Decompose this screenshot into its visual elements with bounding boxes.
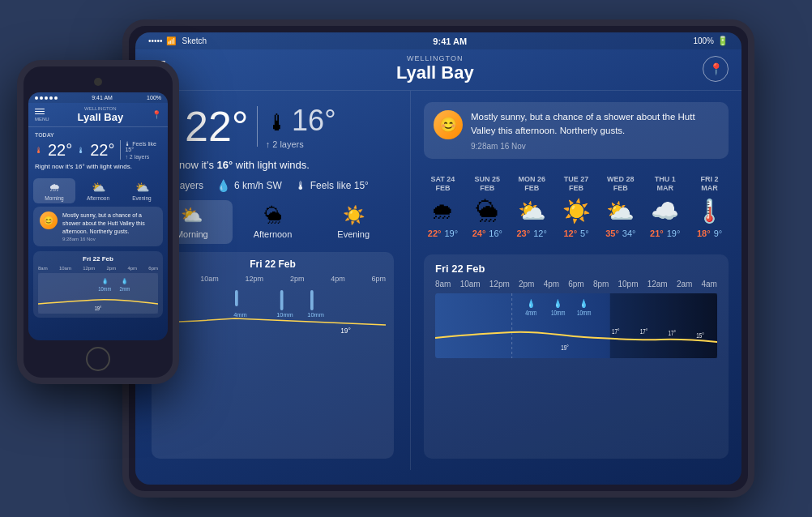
- big-chart-canvas: 💧 4mm 💧 10mm 💧 10mm: [435, 293, 717, 358]
- layers-value: 2 layers: [272, 139, 304, 149]
- phone-today-label: TODAY: [35, 132, 161, 138]
- tablet-header: MENU WELLINGTON Lyall Bay 📍: [135, 49, 741, 91]
- forecast-fri2-date: FRI 2 MAR: [694, 175, 725, 194]
- svg-rect-2: [310, 290, 314, 310]
- phone-thermo-lo: 🌡: [77, 146, 85, 155]
- bh-2am: 2am: [677, 280, 692, 288]
- feels-thermo-icon: 🌡: [266, 110, 288, 135]
- morning-icon: ⛅: [181, 205, 203, 226]
- phone-alert-box: 😊 Mostly sunny, but a chance of a shower…: [33, 207, 163, 246]
- dot-5: [54, 96, 58, 100]
- time-of-day-tabs: ⛅ Morning 🌦 Afternoon ☀️ Evening: [152, 200, 394, 244]
- phone-temp-separator: [120, 140, 121, 160]
- phone-chart-section: Fri 22 Feb 8am 10am 12pm 2pm 4pm 6pm 💧 1…: [33, 251, 163, 318]
- phone-menu-line-2: [35, 111, 45, 113]
- fri2-lo: 9°: [714, 229, 723, 238]
- svg-text:19°: 19°: [95, 306, 102, 312]
- mon26-lo: 12°: [533, 229, 547, 238]
- stat-wind-value: 6 km/h SW: [234, 180, 282, 191]
- svg-text:2mm: 2mm: [120, 286, 130, 293]
- big-chart-svg: 💧 4mm 💧 10mm 💧 10mm: [435, 293, 717, 358]
- phone-temp-lo: 22°: [90, 141, 114, 160]
- wed28-hi: 35°: [605, 229, 619, 238]
- forecast-tue27-icon: ☀️: [562, 198, 591, 224]
- forecast-sat24: SAT 24 FEB 🌧 22° 19°: [424, 169, 462, 245]
- phone-feels-icon: 🌡 Feels like 15°: [125, 141, 161, 152]
- tablet-carrier-dots: •••••: [148, 36, 163, 45]
- bh-10pm: 10pm: [618, 280, 639, 288]
- phone-chart-canvas: 💧 10mm 💧 2mm 19°: [38, 273, 158, 314]
- forecast-thu1-date: THU 1 MAR: [649, 175, 681, 194]
- phone-now-text: Right now it's 16° with light winds.: [35, 163, 161, 170]
- phone-thermo-hi: 🌡: [35, 146, 43, 155]
- phone-pin-icon[interactable]: 📍: [152, 110, 161, 119]
- tablet-screen: ••••• 📶 Sketch 9:41 AM 100% 🔋: [135, 32, 741, 485]
- forecast-fri2-icon: 🌡️: [695, 198, 724, 224]
- forecast-mon26: MON 26 FEB ⛅ 23° 12°: [513, 169, 551, 245]
- temp-curve-svg: 4mm 10mm 10mm 19°: [160, 286, 386, 335]
- stat-wind: 💧 6 km/h SW: [216, 179, 282, 192]
- tablet-wifi-icon: 📶: [166, 36, 176, 45]
- bh-12am: 12am: [647, 280, 668, 288]
- forecast-fri2-temps: 18° 9°: [697, 229, 722, 238]
- phone-header: MENU WELLINGTON Lyall Bay 📍: [28, 103, 168, 127]
- thu1-hi: 21°: [650, 229, 664, 238]
- tab-evening[interactable]: ☀️ Evening: [313, 200, 394, 244]
- phone-menu-icon[interactable]: MENU: [35, 109, 49, 122]
- stat-feels-value: Feels like 15°: [310, 180, 369, 191]
- phone-morning-label: Morning: [45, 195, 63, 201]
- alert-avatar: 😊: [434, 110, 463, 139]
- morning-label: Morning: [176, 229, 208, 239]
- bh-4am: 4am: [702, 280, 717, 288]
- phone-home-button[interactable]: [86, 347, 110, 371]
- forecast-sun25: SUN 25 FEB 🌦 24° 16°: [468, 169, 506, 245]
- bh-6pm: 6pm: [568, 280, 583, 288]
- svg-text:10mm: 10mm: [276, 311, 293, 318]
- svg-text:💧: 💧: [122, 278, 127, 285]
- phone-signal-dots: [35, 95, 58, 100]
- hourly-chart-canvas: 4mm 10mm 10mm 19°: [160, 286, 386, 335]
- phone-tab-morning[interactable]: 🌧 Morning: [33, 178, 75, 203]
- forecast-tue27-date: TUE 27 FEB: [561, 175, 592, 194]
- phone-screen: 9:41 AM 100% MENU WELLINGTON Lyall Bay 📍: [28, 92, 168, 340]
- bh-10am: 10am: [460, 280, 481, 288]
- dot-4: [49, 96, 53, 100]
- time-10am: 10am: [200, 275, 219, 283]
- stat-feels: 🌡 Feels like 15°: [295, 179, 369, 192]
- phone-menu-line-1: [35, 109, 45, 110]
- weekly-forecast-strip: SAT 24 FEB 🌧 22° 19° SUN 25 FEB 🌦 24: [424, 169, 729, 245]
- forecast-mon26-icon: ⛅: [518, 198, 546, 224]
- pc-8am: 8am: [38, 266, 48, 271]
- phone-battery: 100%: [147, 95, 161, 100]
- svg-text:19°: 19°: [561, 344, 568, 352]
- pc-6pm: 6pm: [148, 266, 158, 271]
- svg-rect-1: [280, 290, 284, 310]
- phone-evening-icon: ⛅: [135, 181, 149, 194]
- phone-camera: [94, 78, 102, 86]
- phone-tab-evening[interactable]: ⛅ Evening: [121, 178, 163, 203]
- forecast-sun25-date: SUN 25 FEB: [472, 175, 503, 194]
- svg-text:💧: 💧: [580, 299, 588, 310]
- phone-tab-afternoon[interactable]: ⛅ Afternoon: [77, 178, 119, 203]
- svg-text:10mm: 10mm: [577, 309, 591, 317]
- svg-text:💧: 💧: [102, 278, 108, 285]
- svg-text:19°: 19°: [340, 327, 351, 335]
- phone-alert-text: Mostly sunny, but a chance of a shower a…: [62, 212, 156, 235]
- afternoon-label: Afternoon: [254, 229, 293, 239]
- pc-10am: 10am: [59, 266, 71, 271]
- mon26-hi: 23°: [517, 229, 531, 238]
- tab-afternoon[interactable]: 🌦 Afternoon: [233, 200, 314, 244]
- big-hourly-times: 8am 10am 12pm 2pm 4pm 6pm 8pm 10pm 12am …: [435, 280, 717, 288]
- forecast-fri2: FRI 2 MAR 🌡️ 18° 9°: [690, 169, 729, 245]
- location-pin-button[interactable]: 📍: [703, 56, 729, 82]
- svg-rect-0: [235, 290, 238, 306]
- tablet-location: WELLINGTON Lyall Bay: [168, 54, 703, 83]
- phone-time: 9:41 AM: [92, 95, 113, 100]
- tablet-right-panel: 😊 Mostly sunny, but a chance of a shower…: [411, 91, 741, 470]
- tablet-status-left: ••••• 📶 Sketch: [148, 36, 207, 45]
- evening-label: Evening: [337, 229, 370, 239]
- feels-temp-group: 🌡 16° ↑ 2 layers: [266, 104, 336, 149]
- alert-content: Mostly sunny, but a chance of a shower a…: [471, 110, 719, 151]
- phone-menu-line-3: [35, 113, 45, 115]
- forecast-tue27-temps: 12° 5°: [563, 229, 588, 238]
